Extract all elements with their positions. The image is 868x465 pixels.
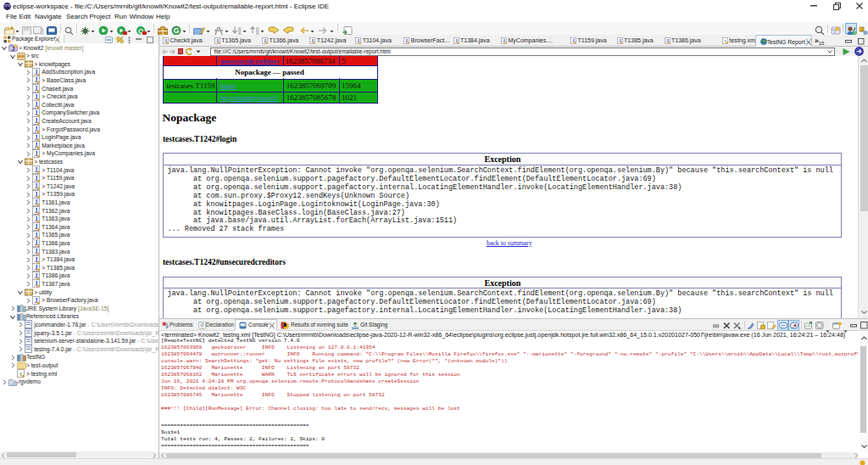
svg-text:G: G	[174, 26, 180, 35]
svg-text:J: J	[860, 27, 863, 32]
